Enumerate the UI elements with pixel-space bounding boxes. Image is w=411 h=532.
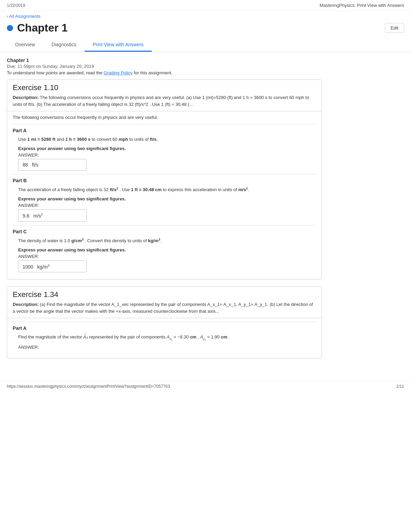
answer-label-a1: ANSWER: xyxy=(13,152,316,158)
assignment-info: Chapter 1 Due: 11:59pm on Sunday, Januar… xyxy=(7,58,322,75)
part-title-a2: Part A xyxy=(13,325,316,331)
part-title-b1: Part B xyxy=(13,178,316,183)
tab-print-view[interactable]: Print View with Answers xyxy=(85,38,152,52)
footer-page: 1/11 xyxy=(396,384,404,389)
assignment-title: Chapter 1 xyxy=(7,58,322,63)
assignment-policy: To understand how points are awarded, re… xyxy=(7,70,322,75)
part-block-a2: Part A Find the magnitude of the vector … xyxy=(13,322,316,355)
top-bar-title: MasteringPhysics: Print View with Answer… xyxy=(320,3,404,8)
part-question-b1: The acceleration of a freely falling obj… xyxy=(13,186,316,194)
exercise-block-2: Exercise 1.34 Description: (a) Find the … xyxy=(7,286,322,358)
exercise-header-2: Exercise 1.34 Description: (a) Find the … xyxy=(7,287,322,318)
top-bar-date: 1/22/2019 xyxy=(7,3,25,8)
part-title-a1: Part A xyxy=(13,128,316,133)
part-question-a2: Find the magnitude of the vector → A₁ re… xyxy=(13,334,316,342)
answer-label-b1: ANSWER: xyxy=(13,203,316,208)
exercise-body-1: The following conversions occur frequent… xyxy=(7,111,322,279)
answer-box-c1: 1000 kg/m3 xyxy=(18,260,87,273)
part-block-b1: Part B The acceleration of a freely fall… xyxy=(13,174,316,225)
chapter-dot-icon xyxy=(7,25,13,31)
edit-button[interactable]: Edit xyxy=(385,23,404,33)
answer-label-c1: ANSWER: xyxy=(13,254,316,259)
sig-figs-a1: Express your answer using two significan… xyxy=(13,146,316,151)
part-title-c1: Part C xyxy=(13,229,316,234)
exercise-block-1: Exercise 1.10 Description: The following… xyxy=(7,79,322,280)
exercise-title-1: Exercise 1.10 xyxy=(13,83,316,92)
grading-policy-link[interactable]: Grading Policy xyxy=(104,70,133,75)
answer-box-b1: 9.8 m/s2 xyxy=(18,209,87,222)
footer-url: https://session.masteringphysics.com/myc… xyxy=(7,384,170,389)
nav-tabs: Overview Diagnostics Print View with Ans… xyxy=(0,38,411,52)
top-bar: 1/22/2019 MasteringPhysics: Print View w… xyxy=(0,0,411,11)
part-block-c1: Part C The density of water is 1.0 g/cm3… xyxy=(13,225,316,276)
chapter-title-area: Chapter 1 xyxy=(7,22,68,34)
part-question-a1: Use 1 mi = 5280 ft and 1 h = 3600 s to c… xyxy=(13,136,316,143)
exercise-header-1: Exercise 1.10 Description: The following… xyxy=(7,80,322,111)
sig-figs-b1: Express your answer using two significan… xyxy=(13,196,316,201)
tab-diagnostics[interactable]: Diagnostics xyxy=(43,38,84,52)
exercise-desc-1: Description: The following conversions o… xyxy=(13,94,316,108)
exercise-desc-2: Description: (a) Find the magnitude of t… xyxy=(13,301,316,314)
chapter-title: Chapter 1 xyxy=(17,22,68,34)
all-assignments-link[interactable]: All Assignments xyxy=(0,11,47,20)
answer-box-a1: 88 ft/s xyxy=(18,159,87,171)
sig-figs-c1: Express your answer using two significan… xyxy=(13,247,316,252)
tab-overview[interactable]: Overview xyxy=(7,38,43,52)
part-question-c1: The density of water is 1.0 g/cm3 . Conv… xyxy=(13,237,316,245)
chapter-header: Chapter 1 Edit xyxy=(0,20,411,38)
footer: https://session.masteringphysics.com/myc… xyxy=(0,381,411,392)
part-block-a1: Part A Use 1 mi = 5280 ft and 1 h = 3600… xyxy=(13,124,316,174)
exercise-body-2: Part A Find the magnitude of the vector … xyxy=(7,318,322,358)
answer-label-a2: ANSWER: xyxy=(13,345,316,350)
exercise-title-2: Exercise 1.34 xyxy=(13,290,316,299)
exercise-intro-1: The following conversions occur frequent… xyxy=(13,115,316,120)
assignment-due: Due: 11:59pm on Sunday, January 20, 2019 xyxy=(7,64,322,69)
main-content: Chapter 1 Due: 11:59pm on Sunday, Januar… xyxy=(0,52,329,371)
